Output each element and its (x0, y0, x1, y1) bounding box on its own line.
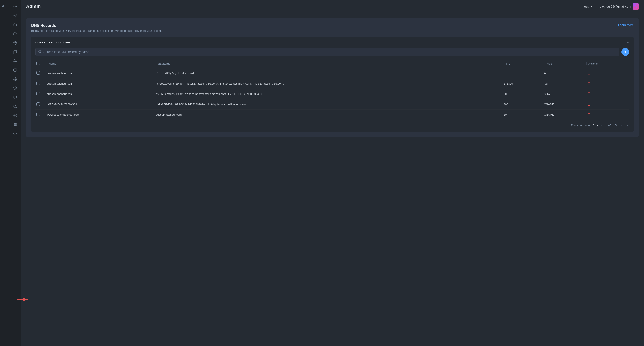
monitor-icon[interactable] (11, 66, 19, 74)
page-title: Admin (26, 4, 41, 9)
dns-title: DNS Records (31, 23, 162, 28)
dns-subtitle: Below here is a list of your DNS records… (31, 29, 162, 32)
pagination-nav: ‹ › (620, 123, 629, 128)
svg-point-4 (14, 59, 15, 61)
avatar (633, 3, 639, 9)
table-row: oussamaachour.com ns-665.awsdns-19.net. … (36, 89, 629, 99)
stacks-icon[interactable] (11, 84, 19, 92)
delete-button-2[interactable] (586, 91, 592, 96)
row-checkbox-cell (36, 99, 44, 110)
gear3-icon[interactable] (11, 112, 19, 119)
row-checkbox-cell (36, 78, 44, 89)
cloud-selector[interactable]: aws (584, 5, 593, 8)
row-data-2: ns-665.awsdns-19.net. awsdns-hostmaster.… (153, 89, 501, 99)
row-ttl-3: 300 (501, 99, 542, 110)
row-checkbox-cell (36, 89, 44, 99)
row-checkbox-cell (36, 68, 44, 78)
header-checkbox-col (36, 59, 44, 68)
col-type: Type (542, 59, 584, 68)
users-icon[interactable] (11, 57, 19, 65)
header-right: aws oachour08@gmail.com (584, 3, 639, 9)
main-content: Admin aws oachour08@gmail.com DNS Record… (21, 0, 644, 346)
cloud2-icon[interactable] (11, 102, 19, 110)
svg-marker-2 (14, 14, 17, 16)
dashboard-icon[interactable] (11, 2, 19, 10)
row-checkbox-4[interactable] (36, 113, 40, 116)
svg-point-3 (14, 42, 16, 43)
rows-per-page: Rows per page: 5 10 25 (571, 123, 603, 127)
content-area: DNS Records Below here is a list of your… (21, 13, 644, 346)
table-lines-icon[interactable] (11, 121, 19, 128)
pagination-range: 1–5 of 5 (606, 124, 616, 127)
gear2-icon[interactable] (11, 75, 19, 83)
svg-rect-18 (636, 7, 637, 8)
row-type-4: CNAME (542, 110, 584, 120)
row-ttl-2: 900 (501, 89, 542, 99)
delete-button-1[interactable] (586, 81, 592, 86)
add-dns-button[interactable]: + (622, 48, 629, 56)
row-ttl-4: 10 (501, 110, 542, 120)
col-name: Name (44, 59, 153, 68)
code-icon[interactable] (11, 130, 19, 138)
search-wrapper (36, 48, 619, 56)
box-icon[interactable] (11, 21, 19, 28)
row-data-4: oussamaachour.com (153, 110, 501, 120)
pagination: Rows per page: 5 10 25 1–5 of 5 ‹ › (36, 120, 629, 128)
row-checkbox-2[interactable] (36, 92, 40, 95)
header-divider (596, 4, 596, 9)
cloud-icon[interactable] (11, 30, 19, 38)
search-input[interactable] (36, 48, 619, 56)
table-row: oussamaachour.com ns-665.awsdns-19.net. … (36, 78, 629, 89)
settings-icon[interactable] (11, 39, 19, 47)
row-checkbox-3[interactable] (36, 102, 40, 106)
header: Admin aws oachour08@gmail.com (21, 0, 644, 13)
row-type-1: NS (542, 78, 584, 89)
chevron-down-icon (590, 5, 593, 8)
select-all-checkbox[interactable] (36, 62, 40, 65)
row-name-0: oussamaachour.com (44, 68, 153, 78)
row-actions-1 (584, 78, 629, 89)
row-actions-4 (584, 110, 629, 120)
row-checkbox-1[interactable] (36, 81, 40, 85)
row-ttl-1: 172800 (501, 78, 542, 89)
package-icon[interactable] (11, 93, 19, 101)
col-actions: Actions (584, 59, 629, 68)
learn-more-link[interactable]: Learn more (618, 23, 634, 27)
svg-marker-9 (14, 87, 17, 89)
row-name-2: oussamaachour.com (44, 89, 153, 99)
row-actions-3 (584, 99, 629, 110)
delete-button-3[interactable] (586, 102, 592, 107)
rows-chevron-icon (601, 124, 603, 126)
row-type-0: A (542, 68, 584, 78)
next-page-button[interactable]: › (626, 123, 629, 128)
svg-point-8 (14, 79, 16, 80)
sidebar-collapse-button[interactable]: » (2, 3, 4, 8)
dns-panel: DNS Records Below here is a list of your… (26, 18, 639, 137)
rows-label: Rows per page: (571, 124, 590, 127)
table-header-row: Name data(target) TTL Type Actions (36, 59, 629, 68)
layers-icon[interactable] (11, 12, 19, 19)
svg-point-11 (14, 115, 16, 116)
table-row: www.oussamaachour.com oussamaachour.com … (36, 110, 629, 120)
user-info: oachour08@gmail.com (600, 3, 639, 9)
col-ttl: TTL (501, 59, 542, 68)
prev-page-button[interactable]: ‹ (620, 123, 624, 128)
row-name-1: oussamaachour.com (44, 78, 153, 89)
row-data-3: _92a85f74594b81fb6f2941d35329289e.mhbtsb… (153, 99, 501, 110)
svg-rect-5 (14, 68, 17, 71)
col-data: data(target) (153, 59, 501, 68)
row-checkbox-cell (36, 110, 44, 120)
svg-rect-16 (636, 5, 637, 6)
table-row: oussamaachour.com d1g1ock80ly2ug.cloudfr… (36, 68, 629, 78)
table-row: _075b246c9fc7208e388d... _92a85f74594b81… (36, 99, 629, 110)
row-ttl-0: - (501, 68, 542, 78)
delete-button-0[interactable] (586, 71, 592, 76)
row-type-2: SOA (542, 89, 584, 99)
domain-collapse-button[interactable]: ∧ (627, 40, 629, 44)
chat-icon[interactable] (11, 48, 19, 56)
delete-button-4[interactable] (586, 112, 592, 117)
row-checkbox-0[interactable] (36, 71, 40, 75)
dns-table: Name data(target) TTL Type Actions oussa… (36, 59, 629, 120)
search-bar-container: + (36, 48, 629, 56)
rows-select[interactable]: 5 10 25 (592, 123, 600, 127)
